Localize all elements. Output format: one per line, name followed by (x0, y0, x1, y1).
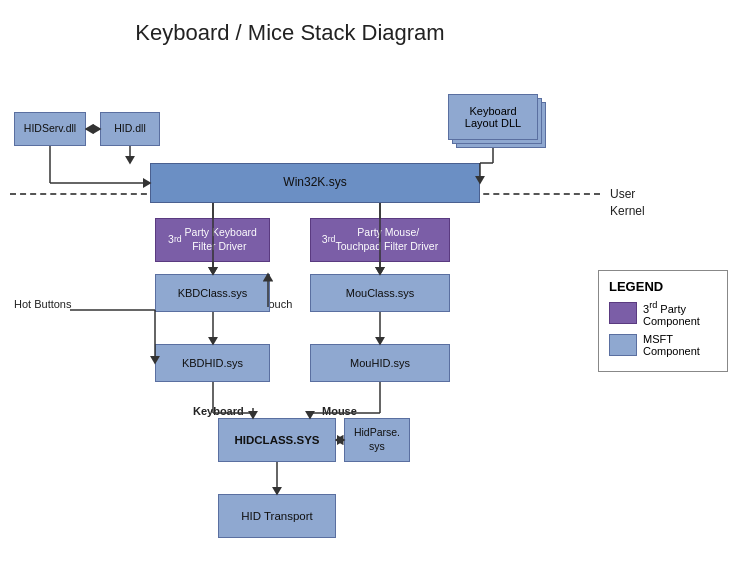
mouse-label: Mouse (322, 405, 357, 417)
hidclass-box: HIDCLASS.SYS (218, 418, 336, 462)
legend-box: LEGEND 3rd PartyComponent MSFTComponent (598, 270, 728, 372)
kbdhid-box: KBDHID.sys (155, 344, 270, 382)
win32k-box: Win32K.sys (150, 163, 480, 203)
mouclass-box: MouClass.sys (310, 274, 450, 312)
legend-3rd-swatch (609, 302, 637, 324)
legend-title: LEGEND (609, 279, 717, 294)
hidserv-dll-box: HIDServ.dll (14, 112, 86, 146)
legend-msft-label: MSFTComponent (643, 333, 700, 357)
hid-transport-box: HID Transport (218, 494, 336, 538)
kbdclass-box: KBDClass.sys (155, 274, 270, 312)
kbd-filter-box: 3rd Party KeyboardFilter Driver (155, 218, 270, 262)
mouse-filter-box: 3rd Party Mouse/Touchpad Filter Driver (310, 218, 450, 262)
hot-buttons-label: Hot Buttons (14, 298, 71, 310)
legend-3rd-label: 3rd PartyComponent (643, 300, 700, 327)
hid-dll-box: HID.dll (100, 112, 160, 146)
legend-3rd-party: 3rd PartyComponent (609, 300, 717, 327)
hidparse-box: HidParse.sys (344, 418, 410, 462)
mouhid-box: MouHID.sys (310, 344, 450, 382)
legend-msft: MSFTComponent (609, 333, 717, 357)
page-title: Keyboard / Mice Stack Diagram (0, 8, 580, 46)
user-kernel-label: UserKernel (610, 186, 645, 220)
keyboard-label: Keyboard (193, 405, 244, 417)
legend-msft-swatch (609, 334, 637, 356)
diagram-container: { "title": "Keyboard / Mice Stack Diagra… (0, 0, 741, 561)
